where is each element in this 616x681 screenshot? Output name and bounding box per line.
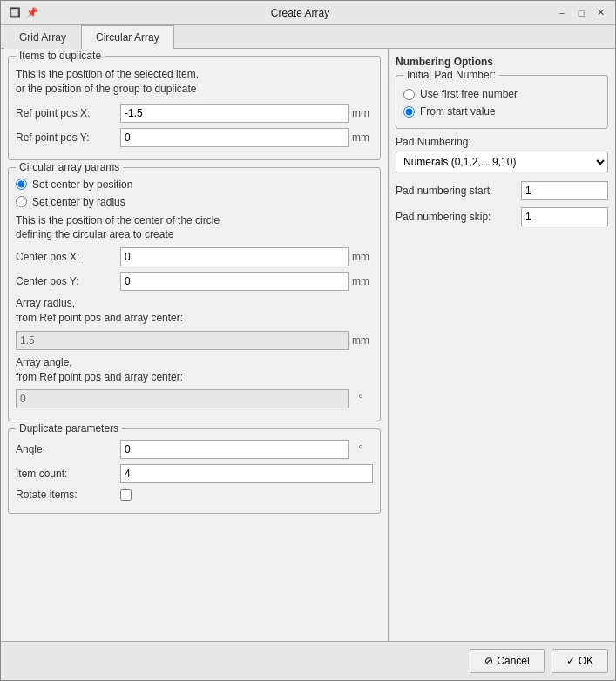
items-desc-line1: This is the position of the selected ite… [16, 68, 199, 80]
center-y-unit: mm [349, 275, 373, 287]
pad-numbering-start-row: Pad numbering start: [396, 181, 608, 200]
items-to-duplicate-group: Items to duplicate This is the position … [8, 56, 381, 160]
footer: ⊘ Cancel ✓ OK [1, 641, 615, 680]
set-center-by-position-radio[interactable] [16, 179, 27, 190]
initial-pad-radios: Use first free number From start value [403, 88, 600, 118]
center-desc-line2: defining the circular area to create [16, 228, 173, 240]
from-start-value-label: From start value [420, 105, 496, 118]
center-y-label: Center pos Y: [16, 275, 120, 287]
left-panel: Items to duplicate This is the position … [1, 49, 389, 641]
tab-grid-array[interactable]: Grid Array [4, 25, 81, 49]
items-to-duplicate-title: Items to duplicate [16, 50, 105, 62]
items-to-duplicate-content: This is the position of the selected ite… [16, 67, 373, 147]
radius-row: mm [16, 331, 373, 350]
initial-pad-title: Initial Pad Number: [403, 69, 499, 81]
center-x-input[interactable] [120, 247, 349, 266]
minimize-button[interactable]: − [554, 5, 570, 21]
set-center-by-position-label: Set center by position [32, 179, 132, 191]
close-button[interactable]: ✕ [592, 5, 608, 21]
ref-y-row: Ref point pos Y: mm [16, 128, 373, 147]
center-x-label: Center pos X: [16, 251, 120, 263]
pad-numbering-skip-label: Pad numbering skip: [396, 211, 521, 223]
numbering-options-title: Numbering Options [396, 56, 608, 68]
pad-numbering-start-label: Pad numbering start: [396, 185, 521, 197]
circular-array-params-content: Set center by position Set center by rad… [16, 179, 373, 409]
ref-x-row: Ref point pos X: mm [16, 104, 373, 123]
radius-unit: mm [349, 334, 373, 347]
items-desc: This is the position of the selected ite… [16, 67, 373, 97]
center-y-input[interactable] [120, 272, 349, 291]
tabs-bar: Grid Array Circular Array [1, 25, 615, 49]
radius-desc: Array radius, from Ref point pos and arr… [16, 296, 373, 326]
use-first-free-radio[interactable] [403, 89, 415, 100]
radius-desc-line2: from Ref point pos and array center: [16, 312, 183, 324]
tab-circular-array[interactable]: Circular Array [81, 25, 174, 49]
from-start-value-row: From start value [403, 105, 600, 118]
from-start-value-radio[interactable] [403, 106, 415, 118]
ref-x-input[interactable] [120, 104, 349, 123]
cancel-button[interactable]: ⊘ Cancel [470, 649, 544, 673]
pad-numbering-start-input[interactable] [521, 181, 608, 200]
content-area: Items to duplicate This is the position … [1, 49, 615, 641]
angle-desc-line2: from Ref point pos and array center: [16, 371, 183, 383]
dup-angle-row: Angle: ° [16, 440, 373, 459]
ref-x-label: Ref point pos X: [16, 107, 120, 119]
dup-angle-label: Angle: [16, 443, 120, 455]
pad-numbering-label: Pad Numbering: [396, 136, 608, 148]
radius-desc-line1: Array radius, [16, 297, 75, 309]
angle-desc-line1: Array angle, [16, 356, 72, 368]
maximize-button[interactable]: □ [573, 5, 589, 21]
rotate-items-row: Rotate items: [16, 489, 373, 501]
angle-desc: Array angle, from Ref point pos and arra… [16, 355, 373, 385]
pad-numbering-dropdown[interactable]: Numerals (0,1,2,...,9,10) Alphanumeric R… [396, 152, 608, 172]
set-center-by-radius-row: Set center by radius [16, 196, 373, 208]
ref-x-unit: mm [349, 107, 373, 119]
array-angle-unit: ° [349, 393, 373, 405]
right-panel: Numbering Options Initial Pad Number: Us… [389, 49, 615, 641]
initial-pad-group: Initial Pad Number: Use first free numbe… [396, 75, 608, 129]
set-center-by-radius-radio[interactable] [16, 196, 27, 207]
ok-label: OK [579, 655, 593, 667]
ok-button[interactable]: ✓ OK [552, 649, 608, 673]
center-desc-line1: This is the position of the center of th… [16, 214, 220, 226]
dup-angle-input[interactable] [120, 440, 349, 459]
center-desc: This is the position of the center of th… [16, 213, 373, 243]
main-window: 🔲 📌 Create Array − □ ✕ Grid Array Circul… [0, 0, 616, 681]
pad-numbering-section: Pad Numbering: Numerals (0,1,2,...,9,10)… [396, 136, 608, 172]
circular-array-params-group: Circular array params Set center by posi… [8, 167, 381, 422]
radius-input [16, 331, 349, 350]
items-desc-line2: or the position of the group to duplicat… [16, 83, 196, 95]
use-first-free-label: Use first free number [420, 88, 518, 100]
rotate-items-label: Rotate items: [16, 489, 120, 501]
window-title: Create Array [46, 7, 554, 19]
set-center-by-radius-label: Set center by radius [32, 196, 125, 208]
item-count-input[interactable] [120, 464, 373, 483]
center-y-row: Center pos Y: mm [16, 272, 373, 291]
rotate-items-checkbox[interactable] [120, 489, 132, 501]
set-center-by-position-row: Set center by position [16, 179, 373, 191]
app-icon2: 📌 [25, 6, 39, 20]
duplicate-params-group: Duplicate parameters Angle: ° Item count… [8, 428, 381, 514]
title-bar-icons: 🔲 📌 [8, 6, 39, 20]
pad-numbering-skip-input[interactable] [521, 207, 608, 226]
cancel-label: Cancel [497, 655, 529, 667]
array-angle-row: ° [16, 389, 373, 408]
pad-numbering-skip-row: Pad numbering skip: [396, 207, 608, 226]
app-icon1: 🔲 [8, 6, 22, 20]
ref-y-input[interactable] [120, 128, 349, 147]
use-first-free-row: Use first free number [403, 88, 600, 100]
ref-y-label: Ref point pos Y: [16, 131, 120, 144]
title-bar: 🔲 📌 Create Array − □ ✕ [1, 1, 615, 25]
duplicate-params-title: Duplicate parameters [16, 422, 122, 435]
item-count-row: Item count: [16, 464, 373, 483]
center-x-row: Center pos X: mm [16, 247, 373, 266]
cancel-icon: ⊘ [484, 655, 493, 667]
circular-array-params-title: Circular array params [16, 161, 123, 173]
title-controls: − □ ✕ [554, 5, 608, 21]
duplicate-params-content: Angle: ° Item count: Rotate items: [16, 440, 373, 501]
array-angle-input [16, 389, 349, 408]
item-count-label: Item count: [16, 468, 120, 480]
ref-y-unit: mm [349, 131, 373, 144]
dup-angle-unit: ° [349, 443, 373, 455]
ok-icon: ✓ [566, 655, 575, 667]
